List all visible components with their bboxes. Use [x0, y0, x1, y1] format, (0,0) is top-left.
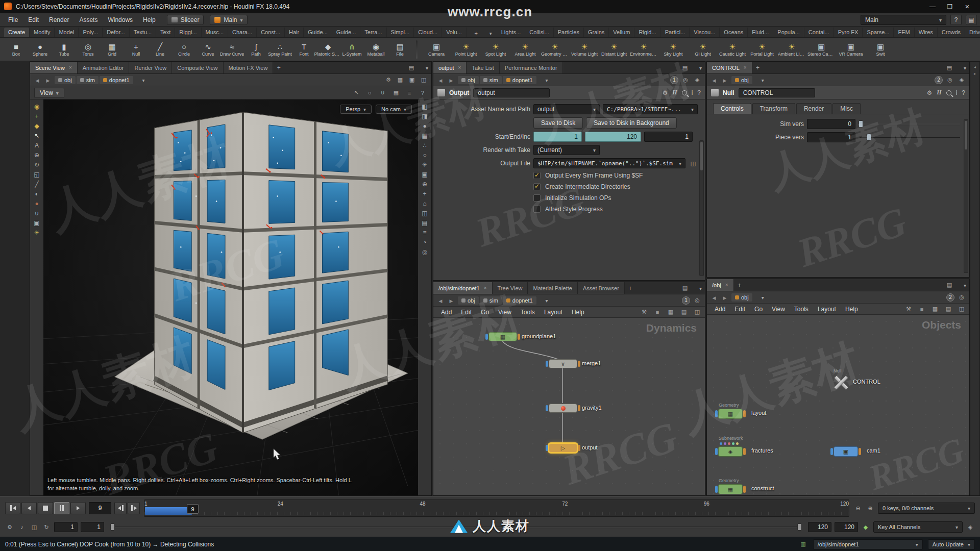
tree-list-icon[interactable] [653, 308, 662, 316]
camera-selector[interactable]: No cam [376, 105, 412, 114]
shelf-tool[interactable]: ◉ Metaball [364, 38, 388, 61]
param-slider[interactable] [859, 133, 962, 141]
playback-end-field[interactable]: 120 [808, 522, 831, 532]
node-control-null[interactable]: Null CONTROL [834, 375, 848, 389]
minimize-button[interactable] [924, 1, 941, 12]
network-menu-item[interactable]: View [494, 308, 516, 317]
current-frame-marker[interactable]: 9 [187, 504, 199, 514]
breadcrumb[interactable]: dopnet1 [100, 76, 133, 84]
shelf-tab[interactable]: Collisi... [525, 28, 554, 37]
save-to-disk-button[interactable]: Save to Disk [533, 117, 583, 129]
breadcrumb[interactable]: obj [458, 76, 479, 84]
shelf-tool[interactable]: ☀ Point Light [451, 38, 481, 61]
grid-icon[interactable] [396, 76, 405, 84]
breadcrumb[interactable]: sim [480, 76, 502, 84]
shelf-tab[interactable]: Drive... [965, 28, 980, 37]
shelf-tool[interactable]: ▤ File [388, 38, 412, 61]
shelf-tab[interactable]: Contai... [804, 28, 834, 37]
grid-snap-icon[interactable] [930, 305, 940, 313]
shelf-tool[interactable]: ☀ Environment Light [629, 38, 658, 61]
shelf-tool[interactable]: ☀ Distant Light [599, 38, 629, 61]
info-icon[interactable]: i [692, 89, 693, 96]
slider-handle[interactable] [859, 120, 863, 128]
snap-tool-icon[interactable]: ∪ [32, 208, 42, 218]
display-normal-icon[interactable]: ◧ [420, 102, 430, 111]
new-pane-tab-button[interactable] [752, 62, 764, 73]
shelf-tool[interactable]: ○ Circle [172, 38, 196, 61]
breadcrumb[interactable]: obj [55, 76, 76, 84]
pin-icon[interactable] [693, 296, 702, 305]
view-menu-button[interactable]: View [34, 88, 64, 98]
nav-forward-icon[interactable] [721, 293, 729, 302]
display-particles-icon[interactable]: ○ [420, 150, 430, 160]
shelf-tool[interactable]: ☀ Caustic Light [718, 38, 747, 61]
network-menu-item[interactable]: Layout [813, 305, 841, 314]
shelf-tab[interactable]: Musc... [202, 28, 228, 37]
shelf-tab[interactable]: Modify [30, 28, 55, 37]
stop-button[interactable] [38, 502, 53, 514]
shelf-tool[interactable]: ▦ Grid [100, 38, 124, 61]
shelf-tool[interactable]: ▣ Camera [422, 38, 451, 61]
shelf-tab[interactable]: Textu... [130, 28, 156, 37]
nav-back-icon[interactable] [436, 296, 445, 305]
snap-icon[interactable] [378, 89, 387, 97]
network-menu-item[interactable]: Tools [516, 308, 540, 317]
range-handle-left[interactable] [110, 523, 115, 531]
shelf-tab[interactable]: Simpl... [387, 28, 414, 37]
pane-tab[interactable]: output [433, 62, 467, 73]
folder-tab[interactable]: Render [796, 103, 831, 114]
node-groundplane1[interactable]: ▦ groundplane1 [488, 332, 517, 341]
display-shaded-icon[interactable]: ● [420, 121, 430, 131]
scrollbar[interactable] [699, 140, 704, 276]
breadcrumb[interactable]: sim [77, 76, 99, 84]
shelf-tab[interactable]: Particles [554, 28, 584, 37]
layout-boxes-icon[interactable] [944, 305, 953, 313]
shelf-tool[interactable]: T Font [292, 38, 316, 61]
brush-tool-icon[interactable]: ╱ [32, 179, 42, 189]
pane-layout-icon[interactable] [945, 281, 954, 289]
nav-forward-icon[interactable] [44, 76, 52, 84]
rotate-tool-icon[interactable]: ↻ [32, 160, 42, 169]
menu-item[interactable]: Assets [74, 15, 103, 25]
lock-icon[interactable] [957, 76, 966, 84]
node-name-field[interactable]: CONTROL [739, 88, 815, 97]
render-take-combo[interactable]: (Current) [533, 145, 600, 155]
path-caret-icon[interactable] [539, 76, 548, 84]
secure-selection-icon[interactable]: A [32, 140, 42, 150]
display-lights-icon[interactable]: ☀ [420, 160, 430, 169]
shelf-tool[interactable]: ☀ GI Light [688, 38, 718, 61]
split-icon[interactable] [419, 76, 428, 84]
shelf-tool[interactable]: ▮ Tube [52, 38, 76, 61]
panel-icon[interactable] [957, 305, 966, 313]
nav-back-icon[interactable] [436, 76, 445, 84]
maximize-button[interactable] [941, 1, 959, 12]
increment-field[interactable]: 1 [644, 132, 693, 142]
playbar[interactable]: 124487296120 9 [144, 499, 849, 517]
pane-menu-icon[interactable] [419, 64, 428, 72]
pin-icon[interactable] [957, 293, 966, 302]
menu-item[interactable]: Edit [23, 15, 44, 25]
folder-tab[interactable]: Transform [752, 103, 795, 114]
keyframe-icon[interactable] [861, 523, 870, 531]
display-options-icon[interactable] [405, 89, 414, 97]
help-icon[interactable] [962, 89, 965, 96]
display-cameras-icon[interactable]: ▣ [420, 169, 430, 179]
network-menu-item[interactable]: View [767, 305, 790, 314]
start-frame-field[interactable]: 1 [533, 132, 582, 142]
shelf-tab[interactable]: Vellum [609, 28, 634, 37]
display-fog-icon[interactable]: ◎ [420, 247, 430, 257]
layout-boxes-icon[interactable] [679, 308, 689, 316]
node-construct[interactable]: Geometry ▦ construct [718, 484, 743, 494]
paint-tool-icon[interactable]: ● [32, 198, 42, 208]
checkbox[interactable] [533, 206, 541, 213]
shelf-tab[interactable]: Const... [257, 28, 285, 37]
pane-menu-icon[interactable] [693, 64, 702, 72]
display-points-icon[interactable]: ∴ [420, 140, 430, 150]
view-options-icon[interactable]: ≡ [420, 228, 430, 237]
view-tool-icon[interactable]: ◉ [32, 102, 42, 111]
menu-item[interactable]: Help [138, 15, 161, 25]
network-menu-item[interactable]: Go [750, 305, 767, 314]
display-handles-icon[interactable]: ⊕ [420, 179, 430, 189]
display-volume-icon[interactable]: ◔ [420, 237, 430, 247]
search-icon[interactable] [946, 90, 951, 95]
